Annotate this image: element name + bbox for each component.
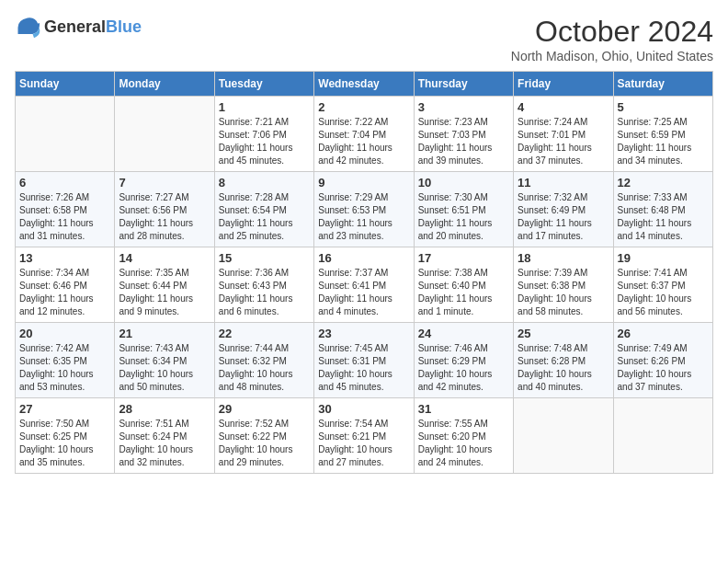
calendar-cell: 9Sunrise: 7:29 AM Sunset: 6:53 PM Daylig…: [314, 172, 414, 247]
calendar-cell: [115, 97, 214, 172]
day-content: Sunrise: 7:41 AM Sunset: 6:37 PM Dayligh…: [618, 267, 709, 318]
day-content: Sunrise: 7:38 AM Sunset: 6:40 PM Dayligh…: [418, 267, 509, 318]
day-number: 20: [19, 327, 110, 340]
day-content: Sunrise: 7:21 AM Sunset: 7:06 PM Dayligh…: [219, 116, 310, 167]
calendar-cell: 8Sunrise: 7:28 AM Sunset: 6:54 PM Daylig…: [214, 172, 313, 247]
day-number: 17: [418, 251, 509, 265]
weekday-header-wednesday: Wednesday: [314, 72, 414, 97]
calendar-cell: 3Sunrise: 7:23 AM Sunset: 7:03 PM Daylig…: [414, 97, 513, 172]
day-number: 9: [318, 176, 409, 190]
weekday-header-row: SundayMondayTuesdayWednesdayThursdayFrid…: [16, 72, 713, 97]
day-content: Sunrise: 7:27 AM Sunset: 6:56 PM Dayligh…: [119, 191, 210, 243]
calendar-cell: 11Sunrise: 7:32 AM Sunset: 6:49 PM Dayli…: [514, 172, 613, 247]
day-content: Sunrise: 7:49 AM Sunset: 6:26 PM Dayligh…: [618, 342, 709, 394]
day-content: Sunrise: 7:51 AM Sunset: 6:24 PM Dayligh…: [119, 418, 210, 469]
day-number: 5: [618, 100, 709, 114]
calendar-cell: 22Sunrise: 7:44 AM Sunset: 6:32 PM Dayli…: [214, 323, 313, 398]
page-header: GeneralBlue October 2024 North Madison, …: [15, 15, 713, 63]
day-content: Sunrise: 7:45 AM Sunset: 6:31 PM Dayligh…: [318, 342, 409, 394]
logo-icon: [15, 15, 40, 40]
calendar-cell: 4Sunrise: 7:24 AM Sunset: 7:01 PM Daylig…: [514, 97, 613, 172]
calendar-cell: 17Sunrise: 7:38 AM Sunset: 6:40 PM Dayli…: [414, 247, 513, 323]
day-content: Sunrise: 7:22 AM Sunset: 7:04 PM Dayligh…: [318, 116, 409, 167]
calendar-cell: 7Sunrise: 7:27 AM Sunset: 6:56 PM Daylig…: [115, 172, 214, 247]
calendar-cell: 13Sunrise: 7:34 AM Sunset: 6:46 PM Dayli…: [16, 247, 115, 323]
day-content: Sunrise: 7:52 AM Sunset: 6:22 PM Dayligh…: [219, 418, 310, 469]
calendar-cell: 5Sunrise: 7:25 AM Sunset: 6:59 PM Daylig…: [613, 97, 712, 172]
calendar-cell: 26Sunrise: 7:49 AM Sunset: 6:26 PM Dayli…: [613, 323, 712, 398]
calendar-table: SundayMondayTuesdayWednesdayThursdayFrid…: [15, 71, 713, 474]
day-number: 4: [518, 100, 609, 114]
calendar-cell: 1Sunrise: 7:21 AM Sunset: 7:06 PM Daylig…: [214, 97, 313, 172]
calendar-cell: 23Sunrise: 7:45 AM Sunset: 6:31 PM Dayli…: [314, 323, 414, 398]
day-content: Sunrise: 7:26 AM Sunset: 6:58 PM Dayligh…: [19, 191, 110, 243]
day-number: 15: [219, 251, 310, 265]
day-content: Sunrise: 7:25 AM Sunset: 6:59 PM Dayligh…: [618, 116, 709, 167]
day-number: 23: [318, 327, 409, 340]
calendar-cell: 2Sunrise: 7:22 AM Sunset: 7:04 PM Daylig…: [314, 97, 414, 172]
day-content: Sunrise: 7:32 AM Sunset: 6:49 PM Dayligh…: [518, 191, 609, 243]
day-number: 6: [19, 176, 110, 190]
day-content: Sunrise: 7:43 AM Sunset: 6:34 PM Dayligh…: [119, 342, 210, 394]
day-content: Sunrise: 7:33 AM Sunset: 6:48 PM Dayligh…: [618, 191, 709, 243]
location-title: North Madison, Ohio, United States: [511, 49, 713, 63]
week-row-4: 20Sunrise: 7:42 AM Sunset: 6:35 PM Dayli…: [16, 323, 713, 398]
day-content: Sunrise: 7:29 AM Sunset: 6:53 PM Dayligh…: [318, 191, 409, 243]
calendar-cell: 18Sunrise: 7:39 AM Sunset: 6:38 PM Dayli…: [514, 247, 613, 323]
day-number: 28: [119, 402, 210, 416]
calendar-cell: 30Sunrise: 7:54 AM Sunset: 6:21 PM Dayli…: [314, 398, 414, 474]
weekday-header-friday: Friday: [514, 72, 613, 97]
day-content: Sunrise: 7:28 AM Sunset: 6:54 PM Dayligh…: [219, 191, 310, 243]
day-number: 7: [119, 176, 210, 190]
day-number: 25: [518, 327, 609, 340]
day-content: Sunrise: 7:24 AM Sunset: 7:01 PM Dayligh…: [518, 116, 609, 167]
calendar-cell: 28Sunrise: 7:51 AM Sunset: 6:24 PM Dayli…: [115, 398, 214, 474]
calendar-cell: 25Sunrise: 7:48 AM Sunset: 6:28 PM Dayli…: [514, 323, 613, 398]
calendar-cell: [514, 398, 613, 474]
day-number: 31: [418, 402, 509, 416]
weekday-header-saturday: Saturday: [613, 72, 712, 97]
day-content: Sunrise: 7:54 AM Sunset: 6:21 PM Dayligh…: [318, 418, 409, 469]
day-number: 29: [219, 402, 310, 416]
day-number: 2: [318, 100, 409, 114]
day-number: 27: [19, 402, 110, 416]
day-content: Sunrise: 7:44 AM Sunset: 6:32 PM Dayligh…: [219, 342, 310, 394]
calendar-body: 1Sunrise: 7:21 AM Sunset: 7:06 PM Daylig…: [16, 97, 713, 474]
logo-text: GeneralBlue: [44, 18, 142, 37]
calendar-cell: 6Sunrise: 7:26 AM Sunset: 6:58 PM Daylig…: [16, 172, 115, 247]
month-title: October 2024: [511, 15, 713, 49]
calendar-cell: 19Sunrise: 7:41 AM Sunset: 6:37 PM Dayli…: [613, 247, 712, 323]
day-number: 24: [418, 327, 509, 340]
day-content: Sunrise: 7:35 AM Sunset: 6:44 PM Dayligh…: [119, 267, 210, 318]
calendar-cell: [613, 398, 712, 474]
calendar-cell: 14Sunrise: 7:35 AM Sunset: 6:44 PM Dayli…: [115, 247, 214, 323]
day-number: 30: [318, 402, 409, 416]
day-content: Sunrise: 7:37 AM Sunset: 6:41 PM Dayligh…: [318, 267, 409, 318]
calendar-cell: 15Sunrise: 7:36 AM Sunset: 6:43 PM Dayli…: [214, 247, 313, 323]
logo: GeneralBlue: [15, 15, 142, 40]
day-content: Sunrise: 7:46 AM Sunset: 6:29 PM Dayligh…: [418, 342, 509, 394]
day-number: 22: [219, 327, 310, 340]
day-number: 13: [19, 251, 110, 265]
day-number: 11: [518, 176, 609, 190]
title-area: October 2024 North Madison, Ohio, United…: [511, 15, 713, 63]
day-number: 16: [318, 251, 409, 265]
day-content: Sunrise: 7:48 AM Sunset: 6:28 PM Dayligh…: [518, 342, 609, 394]
calendar-cell: 27Sunrise: 7:50 AM Sunset: 6:25 PM Dayli…: [16, 398, 115, 474]
day-content: Sunrise: 7:55 AM Sunset: 6:20 PM Dayligh…: [418, 418, 509, 469]
calendar-cell: 31Sunrise: 7:55 AM Sunset: 6:20 PM Dayli…: [414, 398, 513, 474]
calendar-cell: 16Sunrise: 7:37 AM Sunset: 6:41 PM Dayli…: [314, 247, 414, 323]
weekday-header-tuesday: Tuesday: [214, 72, 313, 97]
day-content: Sunrise: 7:30 AM Sunset: 6:51 PM Dayligh…: [418, 191, 509, 243]
day-number: 3: [418, 100, 509, 114]
weekday-header-thursday: Thursday: [414, 72, 513, 97]
week-row-3: 13Sunrise: 7:34 AM Sunset: 6:46 PM Dayli…: [16, 247, 713, 323]
day-number: 1: [219, 100, 310, 114]
day-number: 19: [618, 251, 709, 265]
day-number: 18: [518, 251, 609, 265]
day-content: Sunrise: 7:23 AM Sunset: 7:03 PM Dayligh…: [418, 116, 509, 167]
calendar-cell: [16, 97, 115, 172]
day-number: 14: [119, 251, 210, 265]
calendar-cell: 10Sunrise: 7:30 AM Sunset: 6:51 PM Dayli…: [414, 172, 513, 247]
day-content: Sunrise: 7:42 AM Sunset: 6:35 PM Dayligh…: [19, 342, 110, 394]
